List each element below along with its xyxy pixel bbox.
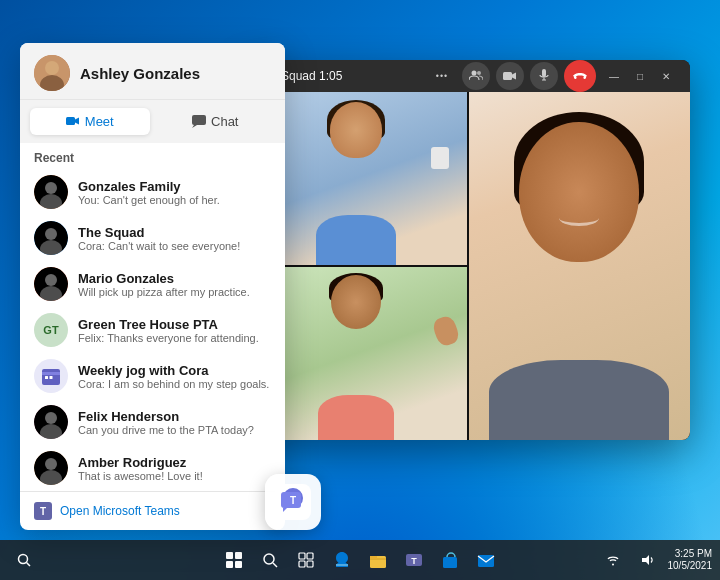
teams-float-button[interactable]: T [265, 474, 321, 530]
window-controls: — □ ✕ [602, 66, 678, 86]
end-call-icon [573, 72, 587, 80]
meet-tab[interactable]: Meet [30, 108, 150, 135]
contact-name-weekly-jog: Weekly jog with Cora [78, 363, 271, 378]
person-avatar-the-squad [34, 221, 68, 255]
svg-point-9 [45, 61, 59, 75]
teams-logo: T [275, 484, 311, 520]
s1-mug [431, 147, 449, 169]
contact-item-weekly-jog[interactable]: Weekly jog with CoraCora: I am so behind… [26, 353, 279, 399]
camera-button[interactable] [496, 62, 524, 90]
contact-item-green-tree[interactable]: GTGreen Tree House PTAFelix: Thanks ever… [26, 307, 279, 353]
video-scene-large [469, 92, 691, 440]
svg-rect-54 [299, 561, 305, 567]
contact-preview-weekly-jog: Cora: I am so behind on my step goals. [78, 378, 271, 390]
start-button[interactable] [218, 544, 250, 576]
contact-preview-green-tree: Felix: Thanks everyone for attending. [78, 332, 271, 344]
person-avatar-felix-henderson [34, 405, 68, 439]
store-taskbar-icon[interactable] [434, 544, 466, 576]
contact-name-gonzales-family: Gonzales Family [78, 179, 271, 194]
edge-taskbar-icon[interactable] [326, 544, 358, 576]
svg-rect-3 [542, 69, 546, 77]
contact-avatar-amber-rodriguez [34, 451, 68, 485]
svg-rect-47 [235, 552, 242, 559]
minimize-button[interactable]: — [602, 66, 626, 86]
taskbar: T [0, 540, 720, 580]
mic-button[interactable] [530, 62, 558, 90]
contact-info-felix-henderson: Felix HendersonCan you drive me to the P… [78, 409, 271, 436]
contact-item-amber-rodriguez[interactable]: Amber RodriguezThat is awesome! Love it! [26, 445, 279, 491]
contact-preview-felix-henderson: Can you drive me to the PTA today? [78, 424, 271, 436]
mail-taskbar-icon[interactable] [470, 544, 502, 576]
person-avatar-mario-gonzales [34, 267, 68, 301]
more-options-button[interactable]: ••• [428, 62, 456, 90]
video-grid [245, 92, 690, 440]
network-icon[interactable] [597, 544, 629, 576]
contact-info-mario-gonzales: Mario GonzalesWill pick up pizza after m… [78, 271, 271, 298]
open-teams-label: Open Microsoft Teams [60, 504, 180, 518]
contact-name-felix-henderson: Felix Henderson [78, 409, 271, 424]
contact-avatar-mario-gonzales [34, 267, 68, 301]
svg-point-1 [477, 71, 481, 75]
taskbar-search-icon-center[interactable] [254, 544, 286, 576]
flyout-tabs: Meet Chat [20, 100, 285, 143]
svg-point-50 [264, 554, 274, 564]
s1-body [316, 215, 396, 265]
contact-item-the-squad[interactable]: The SquadCora: Can't wait to see everyon… [26, 215, 279, 261]
contact-preview-the-squad: Cora: Can't wait to see everyone! [78, 240, 271, 252]
contact-name-green-tree: Green Tree House PTA [78, 317, 271, 332]
explorer-taskbar-icon[interactable] [362, 544, 394, 576]
svg-rect-60 [443, 557, 457, 568]
contact-name-amber-rodriguez: Amber Rodriguez [78, 455, 271, 470]
close-button[interactable]: ✕ [654, 66, 678, 86]
task-view-button[interactable] [290, 544, 322, 576]
participants-button[interactable] [462, 62, 490, 90]
volume-icon[interactable] [632, 544, 664, 576]
svg-rect-61 [478, 555, 494, 567]
camera-icon [503, 71, 517, 81]
system-clock[interactable]: 3:25 PM 10/5/2021 [668, 548, 713, 572]
mic-icon [539, 69, 549, 83]
contact-list: Gonzales FamilyYou: Can't get enough of … [20, 169, 285, 491]
svg-rect-53 [307, 553, 313, 559]
calendar-icon [41, 366, 61, 386]
svg-rect-26 [42, 372, 60, 375]
svg-text:T: T [411, 556, 417, 566]
contact-item-felix-henderson[interactable]: Felix HendersonCan you drive me to the P… [26, 399, 279, 445]
svg-rect-57 [370, 556, 377, 559]
user-avatar-image [34, 55, 70, 91]
contact-preview-mario-gonzales: Will pick up pizza after my practice. [78, 286, 271, 298]
s2-body [318, 395, 394, 440]
end-call-button[interactable] [564, 60, 596, 92]
contact-avatar-weekly-jog [34, 359, 68, 393]
person-avatar-amber-rodriguez [34, 451, 68, 485]
wifi-icon [606, 554, 620, 566]
svg-text:T: T [290, 495, 296, 506]
svg-point-23 [45, 274, 57, 286]
contact-avatar-the-squad [34, 221, 68, 255]
windows-icon [226, 552, 242, 568]
taskbar-search-button[interactable] [8, 544, 40, 576]
sound-icon [641, 554, 655, 566]
svg-point-19 [45, 228, 57, 240]
sl-smile [559, 210, 599, 226]
chat-tab[interactable]: Chat [156, 108, 276, 135]
user-avatar [34, 55, 70, 91]
avatar-initials [34, 55, 70, 91]
svg-rect-28 [50, 376, 53, 379]
contact-item-gonzales-family[interactable]: Gonzales FamilyYou: Can't get enough of … [26, 169, 279, 215]
meet-tab-label: Meet [85, 114, 114, 129]
video-controls-bar: ••• [428, 60, 678, 92]
maximize-button[interactable]: □ [628, 66, 652, 86]
taskbar-left [8, 544, 40, 576]
contact-preview-amber-rodriguez: That is awesome! Love it! [78, 470, 271, 482]
svg-point-35 [45, 458, 57, 470]
taskbar-center: T [218, 544, 502, 576]
contact-avatar-green-tree: GT [34, 313, 68, 347]
teams-taskbar-icon[interactable]: T [398, 544, 430, 576]
open-teams-button[interactable]: T Open Microsoft Teams [20, 491, 285, 530]
contact-item-mario-gonzales[interactable]: Mario GonzalesWill pick up pizza after m… [26, 261, 279, 307]
person-avatar-gonzales-family [34, 175, 68, 209]
s1-head [330, 102, 382, 158]
chat-icon [192, 115, 206, 128]
svg-point-44 [19, 555, 28, 564]
